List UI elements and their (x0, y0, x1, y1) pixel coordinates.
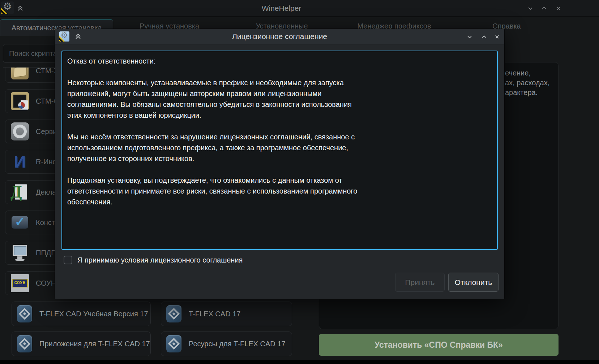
soun-badge-icon: СОУН (10, 274, 29, 292)
package-tflex-resources[interactable]: Ресурсы для T-FLEX CAD 17 (161, 332, 292, 356)
description-text: ечение, ах, расходах, арактера. (505, 68, 549, 98)
package-tflex-edu[interactable]: T-FLEX CAD Учебная Версия 17 (12, 302, 151, 326)
dialog-minimize-icon[interactable] (466, 34, 473, 40)
description-line: арактера. (505, 88, 549, 98)
accept-button[interactable]: Принять (395, 273, 445, 292)
window-title: WineHelper (0, 0, 563, 16)
script-label: Серви (36, 127, 57, 136)
dialog-title: Лицензионное соглашение (55, 29, 504, 44)
license-accept-label: Я принимаю условия лицензионного соглаше… (77, 255, 243, 265)
close-icon[interactable] (555, 5, 562, 12)
package-label: Приложения для T-FLEX CAD 17 (39, 340, 150, 348)
script-label: Конст (36, 218, 55, 227)
description-line: ечение, (505, 68, 549, 78)
stm-x-icon (10, 67, 29, 80)
dialog-maximize-icon[interactable] (481, 34, 487, 40)
license-dialog: ⚙ Лицензионное соглашение Отказ от ответ… (55, 29, 504, 299)
decline-button[interactable]: Отклонить (448, 273, 499, 292)
minimize-icon[interactable] (527, 5, 534, 12)
letter-i-icon: И (10, 152, 29, 171)
package-label: Ресурсы для T-FLEX CAD 17 (189, 340, 286, 348)
monitor-icon (10, 243, 29, 262)
package-tflex-apps[interactable]: Приложения для T-FLEX CAD 17 (12, 332, 151, 356)
monitor-check-icon: ✓ (10, 213, 29, 232)
dialog-titlebar: ⚙ Лицензионное соглашение (55, 29, 504, 44)
dialog-close-icon[interactable] (494, 34, 500, 40)
ring-icon (10, 122, 29, 141)
tflex-icon (166, 305, 181, 322)
install-spo-button[interactable]: Установить «СПО Справки БК» (319, 334, 559, 356)
maximize-icon[interactable] (541, 5, 547, 12)
license-accept-checkbox[interactable] (64, 256, 72, 264)
script-label: ППДГ (36, 249, 55, 257)
script-label: Декла (36, 188, 56, 196)
description-line: ах, расходах, (505, 78, 549, 88)
main-titlebar: ⚙ WineHelper (0, 0, 599, 17)
tflex-icon (17, 335, 32, 352)
tflex-icon (17, 305, 32, 322)
license-text-view[interactable]: Отказ от ответственности: Некоторые комп… (61, 51, 498, 250)
bottom-strip (0, 360, 599, 364)
letter-d-doc-icon: Д (10, 183, 29, 202)
script-label: СОУН (36, 279, 56, 287)
package-tflex-cad[interactable]: T-FLEX CAD 17 (161, 302, 292, 326)
stm-c-icon (10, 92, 29, 110)
package-label: T-FLEX CAD Учебная Версия 17 (39, 310, 148, 318)
package-label: T-FLEX CAD 17 (189, 310, 240, 318)
tflex-icon (166, 335, 181, 352)
winehelper-window: ⚙ WineHelper Автоматическая установка Ру… (0, 0, 599, 364)
